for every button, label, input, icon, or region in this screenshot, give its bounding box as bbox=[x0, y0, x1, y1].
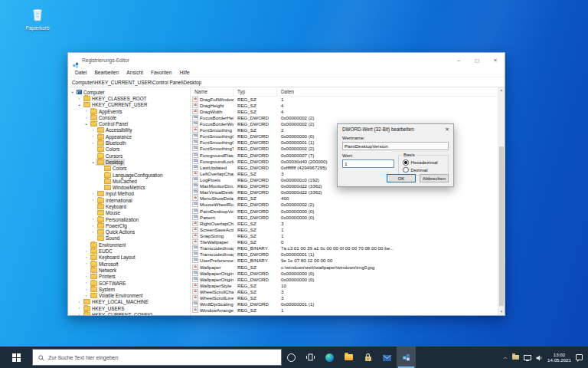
tree-item-appearance[interactable]: ›Appearance bbox=[68, 133, 190, 140]
tree-item-body[interactable]: LanguageConfiguration bbox=[103, 172, 164, 178]
chevron-down-icon[interactable]: ⌄ bbox=[90, 160, 96, 165]
tree-item-body[interactable]: Environment bbox=[89, 242, 127, 248]
tree-item-body[interactable]: Network bbox=[89, 267, 118, 273]
chevron-right-icon[interactable]: › bbox=[90, 217, 96, 222]
list-row-win8dpiscaling[interactable]: 110Win8DpiScalingREG_DWORD0x00000001 (1) bbox=[191, 301, 498, 307]
tree-item-body[interactable]: HKEY_USERS bbox=[82, 305, 126, 311]
menu-favoriten[interactable]: Favoriten bbox=[147, 70, 176, 75]
tree-item-network[interactable]: Network bbox=[68, 267, 190, 273]
tree-item-keyboard-layout[interactable]: ›Keyboard Layout bbox=[68, 255, 190, 261]
chevron-right-icon[interactable]: › bbox=[77, 306, 82, 310]
tree-item-body[interactable]: Microsoft bbox=[89, 261, 120, 267]
list-row-dragwidth[interactable]: abDragWidthREG_SZ4 bbox=[191, 108, 498, 114]
tree-item-body[interactable]: Computer bbox=[75, 89, 106, 95]
dialog-title-bar[interactable]: DWORD-Wert (32-Bit) bearbeiten ✕ bbox=[338, 124, 453, 134]
dialog-close-button[interactable]: ✕ bbox=[441, 124, 453, 134]
tree-item-accessibility[interactable]: ›Accessibility bbox=[68, 127, 190, 133]
list-row-focusborderheig[interactable]: 110FocusBorderHeig...REG_DWORD0x00000002… bbox=[191, 114, 498, 120]
tree-item-body[interactable]: EUDC bbox=[89, 248, 114, 254]
tree-item-body[interactable]: HKEY_LOCAL_MACHINE bbox=[82, 299, 150, 305]
chevron-right-icon[interactable]: › bbox=[83, 274, 89, 279]
tree-item-body[interactable]: Console bbox=[89, 114, 118, 120]
tree-item-system[interactable]: ›System bbox=[68, 286, 190, 292]
tree-item-sound[interactable]: Sound bbox=[68, 235, 190, 242]
chevron-right-icon[interactable]: › bbox=[83, 255, 89, 260]
taskbar-search-input[interactable]: Zur Suche Text hier eingeben bbox=[32, 349, 282, 366]
scroll-up-icon[interactable]: ▲ bbox=[498, 87, 505, 94]
tree-item-environment[interactable]: Environment bbox=[68, 242, 190, 248]
tree-item-body[interactable]: Mouse bbox=[96, 210, 122, 216]
tree-item-body[interactable]: WindowMetrics bbox=[103, 184, 147, 190]
list-row-mousewheelrou[interactable]: 110MouseWheelRou...REG_DWORD0x00000002 (… bbox=[191, 202, 498, 208]
chevron-down-icon[interactable]: ⌄ bbox=[83, 122, 89, 127]
task-view-button[interactable] bbox=[301, 347, 320, 368]
tree-item-body[interactable]: Control Panel bbox=[89, 120, 129, 127]
chevron-down-icon[interactable]: ⌄ bbox=[70, 90, 75, 94]
tree-item-console[interactable]: ›Console bbox=[68, 114, 190, 120]
registry-editor-taskbar-button[interactable] bbox=[397, 347, 416, 368]
tree-item-body[interactable]: Colors bbox=[103, 166, 128, 172]
tree-item-mouse[interactable]: Mouse bbox=[68, 210, 190, 216]
volume-icon[interactable] bbox=[536, 350, 543, 364]
cortana-button[interactable] bbox=[282, 347, 301, 368]
chevron-right-icon[interactable]: › bbox=[83, 109, 89, 113]
tree-item-body[interactable]: Printers bbox=[89, 274, 117, 280]
tree-item-powercfg[interactable]: ›PowerCfg bbox=[68, 222, 190, 228]
tree-item-body[interactable]: Accessibility bbox=[96, 127, 133, 133]
chevron-right-icon[interactable]: › bbox=[83, 261, 89, 266]
tree-item-body[interactable]: Bluetooth bbox=[96, 140, 128, 146]
list-row-maxvirtualdeskt[interactable]: 110MaxVirtualDeskt...REG_DWORD0x00000d22… bbox=[191, 189, 498, 196]
list-row-dragfullwindows[interactable]: abDragFullWindowsREG_SZ1 bbox=[191, 96, 498, 102]
tree-item-body[interactable]: Personalization bbox=[96, 216, 140, 222]
tree-item-desktop[interactable]: ⌄Desktop bbox=[68, 159, 190, 165]
list-row-wheelscrollchars[interactable]: abWheelScrollCharsREG_SZ3 bbox=[191, 288, 498, 294]
chevron-right-icon[interactable]: › bbox=[77, 313, 82, 315]
list-row-rightoverlapchars[interactable]: abRightOverlapCharsREG_SZ3 bbox=[191, 220, 498, 226]
tree-item-printers[interactable]: ›Printers bbox=[68, 274, 190, 280]
tree-item-hkey-current-user[interactable]: ⌄HKEY_CURRENT_USER bbox=[68, 102, 190, 108]
tree-item-body[interactable]: AppEvents bbox=[89, 108, 123, 114]
list-row-screensaveactive[interactable]: abScreenSaveActiveREG_SZ1 bbox=[191, 226, 498, 232]
tree-item-keyboard[interactable]: Keyboard bbox=[68, 203, 190, 209]
vertical-scrollbar[interactable]: ▲ ▼ bbox=[498, 87, 505, 315]
list-row-tilewallpaper[interactable]: abTileWallpaperREG_SZ0 bbox=[191, 239, 498, 245]
security-app-button[interactable] bbox=[358, 347, 377, 368]
chevron-right-icon[interactable]: › bbox=[90, 230, 96, 235]
tree-item-body[interactable]: HKEY_CURRENT_USER bbox=[82, 102, 149, 108]
file-explorer-button[interactable] bbox=[339, 347, 358, 368]
recycle-bin-shortcut[interactable]: Papierkorb bbox=[18, 7, 57, 31]
list-row-wheelscrolllines[interactable]: abWheelScrollLinesREG_SZ3 bbox=[191, 295, 498, 301]
tree-item-body[interactable]: Volatile Environment bbox=[89, 293, 144, 299]
tree-item-body[interactable]: Input Method bbox=[96, 191, 136, 197]
tree-item-body[interactable]: International bbox=[96, 197, 134, 203]
radio-hexadezimal[interactable]: Hexadezimal bbox=[403, 159, 448, 166]
chevron-right-icon[interactable]: › bbox=[90, 134, 96, 139]
edge-button[interactable] bbox=[320, 347, 339, 368]
column-header-name[interactable]: Name bbox=[191, 87, 234, 96]
action-center-icon[interactable] bbox=[576, 354, 583, 360]
tree-item-computer[interactable]: ⌄Computer bbox=[68, 89, 190, 95]
tree-item-languageconfiguration[interactable]: LanguageConfiguration bbox=[68, 172, 190, 178]
chevron-right-icon[interactable]: › bbox=[83, 294, 89, 298]
list-row-userpreferences[interactable]: 110UserPreferences...REG_BINARY9e 1e 07 … bbox=[191, 258, 498, 264]
minimize-button[interactable]: – bbox=[449, 53, 468, 67]
chevron-right-icon[interactable]: › bbox=[77, 300, 82, 304]
menu-bearbeiten[interactable]: Bearbeiten bbox=[90, 70, 122, 75]
list-row-dragheight[interactable]: abDragHeightREG_SZ4 bbox=[191, 102, 498, 108]
tree-item-body[interactable]: PowerCfg bbox=[96, 222, 129, 228]
list-row-wallpaperoriginx[interactable]: 110WallpaperOriginXREG_DWORD0x00000000 (… bbox=[191, 270, 498, 276]
maximize-button[interactable]: ▢ bbox=[468, 53, 486, 67]
chevron-right-icon[interactable]: › bbox=[90, 198, 96, 202]
list-row-menushowdelay[interactable]: abMenuShowDelayREG_SZ400 bbox=[191, 196, 498, 202]
tree-item-microsoft[interactable]: ›Microsoft bbox=[68, 261, 190, 267]
tree-item-body[interactable]: MuiCached bbox=[103, 178, 139, 184]
tree-item-eudc[interactable]: ›EUDC bbox=[68, 248, 190, 254]
list-row-wallpaper[interactable]: abWallpaperREG_SZc:\windows\web\wallpape… bbox=[191, 264, 498, 270]
tree-item-windowmetrics[interactable]: WindowMetrics bbox=[68, 184, 190, 190]
chevron-right-icon[interactable]: › bbox=[90, 192, 96, 196]
tree-item-body[interactable]: Colors bbox=[96, 146, 121, 153]
chevron-down-icon[interactable]: ⌄ bbox=[77, 103, 82, 107]
list-row-snapsizing[interactable]: abSnapSizingREG_SZ1 bbox=[191, 232, 498, 238]
mail-button[interactable] bbox=[377, 347, 397, 368]
scroll-down-icon[interactable]: ▼ bbox=[498, 309, 505, 315]
